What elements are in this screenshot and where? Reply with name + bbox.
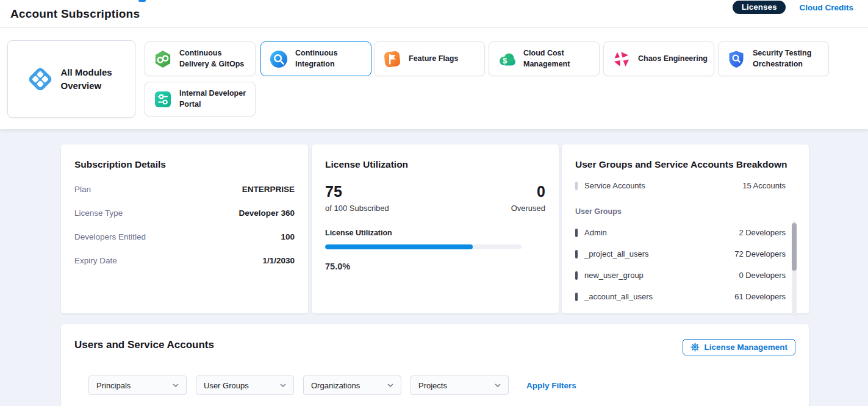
chevron-down-icon bbox=[495, 383, 501, 387]
module-tile-label: Continuous Delivery & GitOps bbox=[179, 48, 255, 69]
group-marker bbox=[575, 271, 578, 280]
license-utilization-title: License Utilization bbox=[325, 159, 545, 170]
module-tile-feature-flags[interactable]: Feature Flags bbox=[374, 41, 485, 76]
licenses-used-caption: of 100 Subscribed bbox=[325, 204, 389, 213]
group-marker bbox=[575, 229, 578, 237]
chaos-engineering-icon bbox=[612, 49, 631, 69]
page-header: Account Subscriptions Licenses Cloud Cre… bbox=[0, 0, 868, 28]
module-tile-continuous-integration[interactable]: Continuous Integration bbox=[260, 41, 371, 76]
filters-row: Principals User Groups Organizations Pro… bbox=[88, 376, 795, 395]
user-group-row: _account_all_users 61 Developers bbox=[575, 292, 795, 301]
licenses-overused-caption: Overused bbox=[511, 204, 545, 213]
breakdown-title: User Groups and Service Accounts Breakdo… bbox=[575, 159, 795, 170]
module-tile-label: Cloud Cost Management bbox=[523, 48, 599, 69]
detail-row: License Type Developer 360 bbox=[74, 208, 295, 218]
breakdown-scrollbar[interactable] bbox=[792, 221, 797, 316]
detail-row: Expiry Date 1/1/2030 bbox=[74, 256, 295, 265]
group-marker bbox=[575, 293, 578, 301]
user-group-row: _project_all_users 72 Developers bbox=[575, 249, 795, 258]
clipped-nav-indicator bbox=[138, 0, 146, 2]
module-strip: All Modules Overview Continuous Delivery… bbox=[0, 28, 868, 129]
internal-developer-portal-icon bbox=[153, 90, 173, 109]
chevron-down-icon bbox=[173, 383, 179, 387]
utilization-bar-label: License Utilization bbox=[325, 229, 545, 237]
licenses-used-block: 75 of 100 Subscribed bbox=[325, 183, 389, 213]
breakdown-card: User Groups and Service Accounts Breakdo… bbox=[562, 144, 809, 313]
module-tile-security-testing[interactable]: Security Testing Orchestration bbox=[718, 41, 829, 76]
projects-dropdown[interactable]: Projects bbox=[411, 376, 509, 395]
ci-icon bbox=[269, 49, 289, 69]
module-tile-label: Security Testing Orchestration bbox=[753, 48, 828, 69]
subscription-details-card: Subscription Details Plan ENTERPRISE Lic… bbox=[61, 144, 308, 313]
apply-filters-link[interactable]: Apply Filters bbox=[526, 381, 576, 390]
main-content: Subscription Details Plan ENTERPRISE Lic… bbox=[0, 129, 868, 406]
service-accounts-row: Service Accounts 15 Accounts bbox=[575, 181, 795, 190]
utilization-bar-fill bbox=[325, 244, 473, 249]
feature-flags-icon bbox=[382, 49, 402, 69]
module-tile-continuous-delivery[interactable]: Continuous Delivery & GitOps bbox=[145, 41, 256, 76]
module-tile-label: Continuous Integration bbox=[295, 48, 371, 69]
module-tile-internal-developer-portal[interactable]: Internal Developer Portal bbox=[145, 82, 256, 116]
cloud-cost-icon: $ bbox=[497, 49, 517, 69]
security-testing-icon bbox=[726, 49, 746, 69]
gear-icon bbox=[690, 343, 700, 352]
license-management-button[interactable]: License Management bbox=[683, 339, 795, 355]
page-title: Account Subscriptions bbox=[10, 7, 140, 21]
breakdown-scrollbar-thumb[interactable] bbox=[792, 223, 797, 271]
chevron-down-icon bbox=[387, 383, 393, 387]
header-actions: Licenses Cloud Credits bbox=[733, 0, 853, 15]
svg-text:$: $ bbox=[503, 55, 508, 65]
users-service-accounts-card: Users and Service Accounts bbox=[61, 324, 809, 406]
module-tile-label: Chaos Engineering bbox=[638, 54, 711, 65]
detail-row: Developers Entitled 100 bbox=[74, 232, 295, 241]
user-groups-heading: User Groups bbox=[575, 207, 795, 216]
user-groups-dropdown[interactable]: User Groups bbox=[196, 376, 294, 395]
utilization-bar-track bbox=[325, 244, 522, 249]
licenses-overused-block: 0 Overused bbox=[511, 183, 545, 213]
user-groups-list: Admin 2 Developers _project_all_users 72… bbox=[575, 228, 795, 301]
users-section-title: Users and Service Accounts bbox=[74, 339, 214, 351]
detail-row: Plan ENTERPRISE bbox=[74, 185, 295, 194]
chevron-down-icon bbox=[280, 383, 286, 387]
all-modules-overview-label: All Modules Overview bbox=[61, 66, 117, 93]
subscription-details-title: Subscription Details bbox=[74, 159, 295, 170]
module-tile-label: Internal Developer Portal bbox=[179, 88, 255, 110]
cloud-credits-tab[interactable]: Cloud Credits bbox=[799, 3, 853, 12]
license-utilization-card: License Utilization 75 of 100 Subscribed… bbox=[312, 144, 559, 313]
group-marker bbox=[575, 250, 578, 258]
module-tile-label: Feature Flags bbox=[409, 54, 462, 65]
module-tile-cloud-cost[interactable]: $ Cloud Cost Management bbox=[489, 41, 600, 76]
cd-gitops-icon bbox=[153, 49, 173, 69]
all-modules-overview-tile[interactable]: All Modules Overview bbox=[7, 40, 135, 118]
utilization-percent: 75.0% bbox=[325, 262, 545, 271]
all-modules-icon bbox=[26, 65, 54, 93]
licenses-overused-value: 0 bbox=[511, 183, 545, 201]
user-group-row: new_user_group 0 Developers bbox=[575, 271, 795, 280]
service-accounts-marker bbox=[575, 182, 578, 190]
principals-dropdown[interactable]: Principals bbox=[88, 376, 187, 395]
licenses-tab[interactable]: Licenses bbox=[733, 1, 786, 14]
module-tile-chaos-engineering[interactable]: Chaos Engineering bbox=[603, 41, 714, 76]
user-group-row: Admin 2 Developers bbox=[575, 228, 795, 237]
licenses-used-value: 75 bbox=[325, 183, 389, 201]
organizations-dropdown[interactable]: Organizations bbox=[303, 376, 401, 395]
